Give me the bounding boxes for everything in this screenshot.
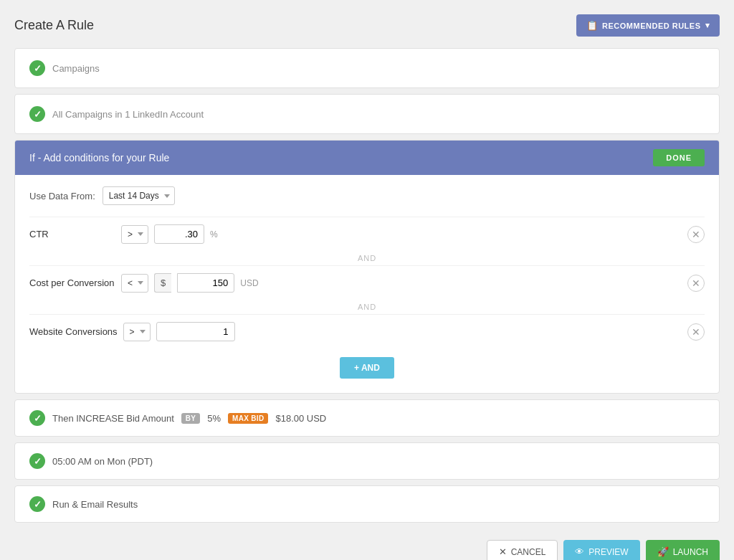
- footer: ✕ CANCEL 👁 PREVIEW 🚀 LAUNCH: [14, 528, 720, 560]
- document-icon: 📋: [586, 20, 599, 31]
- currency-prefix: $: [154, 273, 171, 293]
- account-label: All Campaigns in 1 LinkedIn Account: [52, 109, 204, 120]
- use-data-row: Use Data From: Last 14 Days Last 7 Days …: [29, 186, 705, 205]
- schedule-card[interactable]: 05:00 AM on Mon (PDT): [14, 442, 720, 480]
- ctr-label: CTR: [29, 229, 115, 239]
- ctr-value-input[interactable]: [154, 224, 204, 244]
- ctr-operator-select[interactable]: > < =: [121, 225, 148, 244]
- launch-label: LAUNCH: [673, 547, 708, 557]
- then-value2: $18.00 USD: [275, 413, 326, 424]
- and-separator-2: AND: [29, 300, 705, 314]
- results-label: Run & Email Results: [52, 499, 138, 510]
- recommended-rules-button[interactable]: 📋 Recommended Rules ▾: [576, 14, 720, 37]
- max-bid-badge: MAX BID: [228, 413, 268, 424]
- website-conversions-remove-button[interactable]: ✕: [687, 323, 705, 341]
- preview-label: PREVIEW: [588, 547, 628, 557]
- preview-icon: 👁: [575, 546, 584, 557]
- schedule-check-icon: [29, 453, 45, 469]
- by-badge: BY: [181, 413, 201, 424]
- preview-button[interactable]: 👁 PREVIEW: [563, 540, 639, 560]
- add-and-container: + AND: [29, 357, 705, 379]
- then-card[interactable]: Then INCREASE Bid Amount BY 5% MAX BID $…: [14, 399, 720, 437]
- cancel-label: CANCEL: [511, 547, 546, 557]
- add-and-button[interactable]: + AND: [340, 357, 394, 379]
- page-title: Create A Rule: [14, 18, 94, 33]
- website-conversions-operator-select[interactable]: > < =: [123, 323, 151, 341]
- use-data-select[interactable]: Last 14 Days Last 7 Days Last 30 Days: [103, 186, 175, 205]
- condition-body: Use Data From: Last 14 Days Last 7 Days …: [15, 175, 719, 393]
- then-check-icon: [29, 410, 45, 426]
- website-conversions-label: Website Conversions: [29, 326, 118, 337]
- website-conversions-condition-row: Website Conversions > < = ✕: [29, 314, 705, 348]
- use-data-label: Use Data From:: [29, 191, 95, 201]
- cost-conversion-label: Cost per Conversion: [29, 277, 115, 288]
- cost-conversion-remove-button[interactable]: ✕: [687, 275, 705, 292]
- cost-conversion-operator-select[interactable]: < > =: [121, 274, 148, 293]
- then-label: Then INCREASE Bid Amount: [52, 413, 174, 424]
- condition-section: If - Add conditions for your Rule DONE U…: [14, 140, 720, 394]
- and-separator-1: AND: [29, 251, 705, 265]
- ctr-unit: %: [210, 229, 218, 239]
- cost-conversion-unit: USD: [240, 278, 258, 288]
- cost-conversion-condition-row: Cost per Conversion < > = $ USD ✕: [29, 265, 705, 300]
- launch-icon: 🚀: [657, 546, 669, 557]
- results-card[interactable]: Run & Email Results: [14, 485, 720, 523]
- ctr-condition-row: CTR > < = % ✕: [29, 217, 705, 251]
- account-check-icon: [29, 106, 45, 122]
- recommended-rules-label: Recommended Rules: [602, 22, 700, 30]
- then-value1: 5%: [207, 413, 221, 424]
- campaigns-card[interactable]: Campaigns: [14, 48, 720, 88]
- campaigns-check-icon: [29, 60, 45, 76]
- condition-header-text: If - Add conditions for your Rule: [29, 152, 169, 163]
- campaigns-label: Campaigns: [52, 63, 100, 74]
- launch-button[interactable]: 🚀 LAUNCH: [646, 540, 720, 560]
- account-card[interactable]: All Campaigns in 1 LinkedIn Account: [14, 94, 720, 134]
- done-button[interactable]: DONE: [653, 149, 705, 166]
- cancel-icon: ✕: [499, 546, 507, 557]
- cost-conversion-value-input[interactable]: [177, 273, 234, 293]
- chevron-down-icon: ▾: [705, 21, 710, 30]
- condition-header: If - Add conditions for your Rule DONE: [15, 141, 719, 175]
- schedule-label: 05:00 AM on Mon (PDT): [52, 456, 153, 467]
- ctr-remove-button[interactable]: ✕: [687, 226, 705, 243]
- results-check-icon: [29, 496, 45, 512]
- website-conversions-value-input[interactable]: [156, 322, 235, 341]
- cancel-button[interactable]: ✕ CANCEL: [487, 540, 558, 560]
